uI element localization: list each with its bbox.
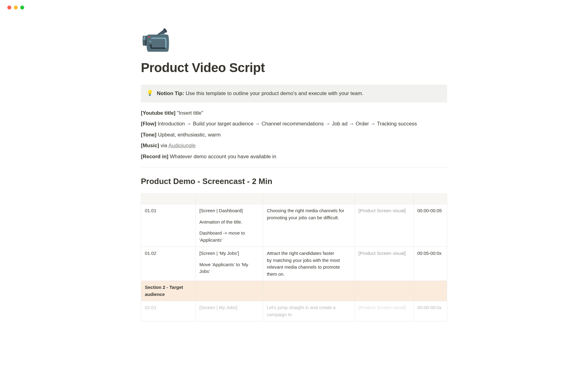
table-header-row [141, 194, 447, 204]
cell-narrative[interactable]: Attract the right candidates faster by m… [263, 247, 355, 281]
callout-body: Use this template to outline your produc… [186, 90, 364, 96]
close-window-button[interactable] [7, 6, 11, 10]
callout-text: Notion Tip: Use this template to outline… [157, 90, 364, 98]
cell-visual[interactable]: [Product Screen visual] [355, 204, 413, 247]
page-container: 📹 Product Video Script 💡 Notion Tip: Use… [110, 10, 478, 321]
cell-time[interactable]: 00:05-00:0x [413, 247, 447, 281]
cell-screen-line: Dashboard -> move to 'Applicants' [199, 230, 259, 243]
cell-narrative-line: Attract the right candidates faster [267, 250, 351, 257]
cell-narrative[interactable]: Choosing the right media channels for pr… [263, 204, 355, 247]
meta-flow-label: [Flow] [141, 121, 156, 127]
section-cell [263, 281, 355, 301]
cell-id[interactable]: 02.01 [141, 301, 196, 321]
section-label: Section 2 - Target audience [141, 281, 196, 301]
cell-screen-line: [Screen | Dashboard] [199, 207, 259, 214]
cell-screen-line: Move 'Applicants' to 'My Jobs' [199, 261, 259, 275]
window-controls [0, 0, 588, 10]
page-title[interactable]: Product Video Script [141, 58, 447, 77]
table-header-visual[interactable] [355, 194, 413, 204]
table-row[interactable]: 01.02 [Screen | 'My Jobs'] Move 'Applica… [141, 247, 447, 281]
cell-id[interactable]: 01.01 [141, 204, 196, 247]
table-row[interactable]: 01.01 [Screen | Dashboard] Animation of … [141, 204, 447, 247]
minimize-window-button[interactable] [14, 6, 18, 10]
table-header-id[interactable] [141, 194, 196, 204]
cell-time[interactable]: 00:00-00:05 [413, 204, 447, 247]
cell-screen[interactable]: [Screen | My Jobs] [195, 301, 263, 321]
meta-record[interactable]: [Record in] Whatever demo account you ha… [141, 153, 447, 161]
section-cell [195, 281, 263, 301]
meta-flow[interactable]: [Flow] Introduction → Build your target … [141, 120, 447, 128]
divider [141, 167, 447, 167]
meta-youtube-value: "Insert title" [177, 110, 203, 116]
callout-tip[interactable]: 💡 Notion Tip: Use this template to outli… [141, 85, 447, 102]
cell-time[interactable]: 00:00-00:0x [413, 301, 447, 321]
meta-music-label: [Music] [141, 143, 159, 148]
table-section-row[interactable]: Section 2 - Target audience [141, 281, 447, 301]
cell-id[interactable]: 01.02 [141, 247, 196, 281]
meta-music[interactable]: [Music] via Audiojungle [141, 142, 447, 150]
table-header-narrative[interactable] [263, 194, 355, 204]
meta-youtube-label: [Youtube title] [141, 110, 175, 116]
audiojungle-link[interactable]: Audiojungle [168, 143, 196, 148]
cell-screen-line: Animation of the title. [199, 219, 259, 226]
cell-visual[interactable]: [Product Screen visual] [355, 247, 413, 281]
page-icon[interactable]: 📹 [141, 28, 447, 52]
section-cell [413, 281, 447, 301]
meta-record-label: [Record in] [141, 154, 168, 159]
meta-tone[interactable]: [Tone] Upbeat, enthusiastic, warm [141, 131, 447, 139]
cell-screen[interactable]: [Screen | 'My Jobs'] Move 'Applicants' t… [195, 247, 263, 281]
script-table[interactable]: 01.01 [Screen | Dashboard] Animation of … [141, 194, 447, 321]
table-header-screen[interactable] [195, 194, 263, 204]
cell-visual[interactable]: [Product Screen visual] [355, 301, 413, 321]
section-cell [355, 281, 413, 301]
meta-tone-value: Upbeat, enthusiastic, warm [158, 132, 221, 138]
callout-label: Notion Tip: [157, 90, 184, 96]
cell-narrative[interactable]: Let's jump straight in and create a camp… [263, 301, 355, 321]
meta-record-value: Whatever demo account you have available… [170, 154, 276, 159]
cell-screen-line: [Screen | 'My Jobs'] [199, 250, 259, 257]
meta-music-prefix: via [160, 143, 168, 148]
cell-narrative-line: by matching your jobs with the most rele… [267, 257, 351, 278]
table-row-partial[interactable]: 02.01 [Screen | My Jobs] Let's jump stra… [141, 301, 447, 321]
table-header-time[interactable] [413, 194, 447, 204]
maximize-window-button[interactable] [20, 6, 24, 10]
cell-screen[interactable]: [Screen | Dashboard] Animation of the ti… [195, 204, 263, 247]
section-heading[interactable]: Product Demo - Screencast - 2 Min [141, 175, 447, 187]
meta-youtube-title[interactable]: [Youtube title] "Insert title" [141, 109, 447, 117]
meta-tone-label: [Tone] [141, 132, 156, 138]
meta-flow-value: Introduction → Build your target audienc… [158, 121, 417, 127]
lightbulb-icon: 💡 [146, 90, 153, 98]
